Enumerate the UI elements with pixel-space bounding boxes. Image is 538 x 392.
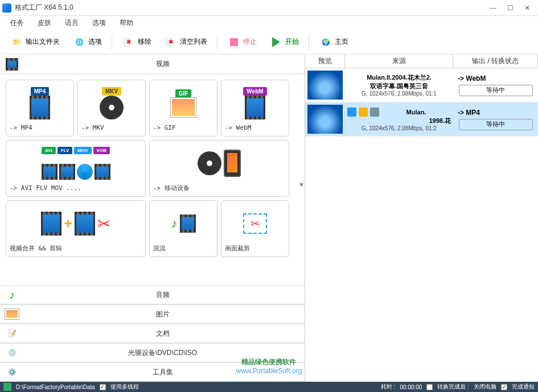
crop-frame-icon: ✂ xyxy=(243,213,267,234)
queue-row[interactable]: Mulan.II.2004.花木兰2. 双语字幕.国粤英三音 G, 1024x5… xyxy=(305,68,538,102)
video-icon xyxy=(5,57,19,72)
col-preview[interactable]: 预览 xyxy=(305,55,345,68)
clear-icon: 📄✖ xyxy=(164,35,178,49)
options-button[interactable]: 🌐 选项 xyxy=(67,32,107,52)
status-badge[interactable]: 等待中 xyxy=(459,85,533,96)
menu-option[interactable]: 选项 xyxy=(87,17,112,29)
tile-mux[interactable]: ♪ 混流 xyxy=(149,200,217,257)
tile-merge[interactable]: + ✂ 视频合并 && 剪辑 xyxy=(6,200,146,257)
disc-icon xyxy=(198,151,221,175)
output-path[interactable]: D:\FormatFactoryPortable\Data xyxy=(16,384,95,390)
elapsed-value: 00:00:00 xyxy=(400,384,422,390)
col-output[interactable]: 输出 / 转换状态 xyxy=(453,55,538,68)
mp4-artwork: MP4 xyxy=(10,84,70,122)
tile-gif[interactable]: GIF -> GIF xyxy=(149,80,217,137)
queue-output: -> MP4 等待中 xyxy=(453,102,538,136)
content: 视频 MP4 -> MP4 MKV -> xyxy=(0,55,538,382)
file-sub: 1998.花 xyxy=(347,117,451,125)
minimize-button[interactable]: — xyxy=(484,2,502,14)
file-name: Mulan.II.2004.花木兰2. xyxy=(347,73,451,82)
notify-checkbox[interactable] xyxy=(501,384,507,390)
separator xyxy=(309,34,309,50)
clear-label: 清空列表 xyxy=(180,37,207,47)
scroll-down-icon[interactable]: ▾ xyxy=(299,180,303,189)
tile-crop[interactable]: ✂ 画面裁剪 xyxy=(221,200,289,257)
category-picture[interactable]: 图片 xyxy=(0,304,305,324)
mux-artwork: ♪ xyxy=(153,204,213,243)
mkv-badge: MKV xyxy=(102,87,121,96)
category-audio[interactable]: ♪ 音频 xyxy=(0,285,305,304)
play-icon[interactable] xyxy=(370,108,379,117)
queue-output: -> WebM 等待中 xyxy=(453,68,538,102)
scissors-icon: ✂ xyxy=(97,214,110,233)
app-icon xyxy=(2,3,11,13)
category-rom[interactable]: 💿 光驱设备\DVD\CD\ISO xyxy=(0,343,305,362)
separator xyxy=(112,34,112,50)
separator xyxy=(217,34,217,50)
output-folder-button[interactable]: 📁 输出文件夹 xyxy=(5,32,65,52)
multithread-label: 使用多线程 xyxy=(110,383,139,391)
menu-task[interactable]: 任务 xyxy=(5,17,30,29)
tile-webm[interactable]: WebM -> WebM xyxy=(221,80,289,137)
multithread-checkbox[interactable] xyxy=(100,384,106,390)
stop-icon xyxy=(227,35,241,49)
menu-skin[interactable]: 皮肤 xyxy=(32,17,57,29)
category-video[interactable]: 视频 xyxy=(0,55,305,74)
category-document[interactable]: 📝 文档 xyxy=(0,324,305,343)
status-badge[interactable]: 等待中 xyxy=(459,119,533,130)
gif-badge: GIF xyxy=(175,89,192,98)
close-button[interactable]: ✕ xyxy=(519,2,536,14)
tile-mp4[interactable]: MP4 -> MP4 xyxy=(6,80,74,137)
start-label: 开始 xyxy=(285,37,299,47)
remove-label: 移除 xyxy=(138,37,151,47)
tile-mkv[interactable]: MKV -> MKV xyxy=(77,80,146,137)
col-source[interactable]: 来源 xyxy=(345,55,453,68)
queue-header: 预览 来源 输出 / 转换状态 xyxy=(305,55,538,68)
mov-badge: MOV xyxy=(74,147,91,154)
music-icon: ♪ xyxy=(171,216,178,231)
remove-button[interactable]: 📄✖ 移除 xyxy=(117,32,157,52)
clear-button[interactable]: 📄✖ 清空列表 xyxy=(159,32,212,52)
file-sub: 双语字幕.国粤英三音 xyxy=(347,82,451,90)
tile-multi[interactable]: AVI FLV MOV VOB -> AVI FLV MOV .... xyxy=(6,140,146,197)
format-area: MP4 -> MP4 MKV -> MKV GI xyxy=(0,74,305,285)
titlebar: 格式工厂 X64 5.1.0 — ☐ ✕ xyxy=(0,0,538,16)
picture-icon xyxy=(171,98,196,117)
globe-icon: 🌐 xyxy=(72,35,86,49)
category-video-label: 视频 xyxy=(25,59,300,69)
file-meta: G, 1024x576, 2.08Mbps, 01:1 xyxy=(347,90,451,97)
mp4-badge: MP4 xyxy=(31,87,50,96)
queue-source: Mulan. 1998.花 G, 1024x576, 2.08Mbps, 01:… xyxy=(345,102,453,136)
category-tools[interactable]: ⚙️ 工具集 xyxy=(0,362,305,382)
mobile-artwork xyxy=(153,144,285,183)
tile-mobile[interactable]: -> 移动设备 xyxy=(149,140,289,197)
film-icon xyxy=(41,212,61,236)
menu-language[interactable]: 语言 xyxy=(59,17,84,29)
info-icon[interactable] xyxy=(347,108,356,117)
menu-help[interactable]: 帮助 xyxy=(114,17,139,29)
stop-label: 停止 xyxy=(243,37,257,47)
home-button[interactable]: 🌍 主页 xyxy=(314,32,354,52)
home-label: 主页 xyxy=(335,37,348,47)
tile-webm-label: -> WebM xyxy=(225,122,285,133)
vob-badge: VOB xyxy=(93,147,110,154)
globe-home-icon: 🌍 xyxy=(319,35,332,49)
output-folder-label: 输出文件夹 xyxy=(26,37,60,47)
maximize-button[interactable]: ☐ xyxy=(502,2,519,14)
queue-list: Mulan.II.2004.花木兰2. 双语字幕.国粤英三音 G, 1024x5… xyxy=(305,68,538,382)
tile-mux-label: 混流 xyxy=(153,243,213,253)
folder-icon[interactable] xyxy=(359,108,368,117)
start-button[interactable]: 开始 xyxy=(264,32,304,52)
statusbar: D:\FormatFactoryPortable\Data 使用多线程 耗时 :… xyxy=(0,382,538,392)
after-checkbox[interactable] xyxy=(426,384,433,390)
tile-gif-label: -> GIF xyxy=(153,122,213,133)
left-panel: 视频 MP4 -> MP4 MKV -> xyxy=(0,55,305,382)
queue-row[interactable]: Mulan. 1998.花 G, 1024x576, 2.08Mbps, 01:… xyxy=(305,102,538,137)
queue-source: Mulan.II.2004.花木兰2. 双语字幕.国粤英三音 G, 1024x5… xyxy=(345,68,453,102)
mkv-artwork: MKV xyxy=(81,84,142,122)
remove-icon: 📄✖ xyxy=(122,35,135,49)
folder-icon[interactable] xyxy=(3,383,11,391)
tile-mkv-label: -> MKV xyxy=(81,122,142,133)
stop-button[interactable]: 停止 xyxy=(222,32,262,52)
tile-crop-label: 画面裁剪 xyxy=(225,243,285,253)
